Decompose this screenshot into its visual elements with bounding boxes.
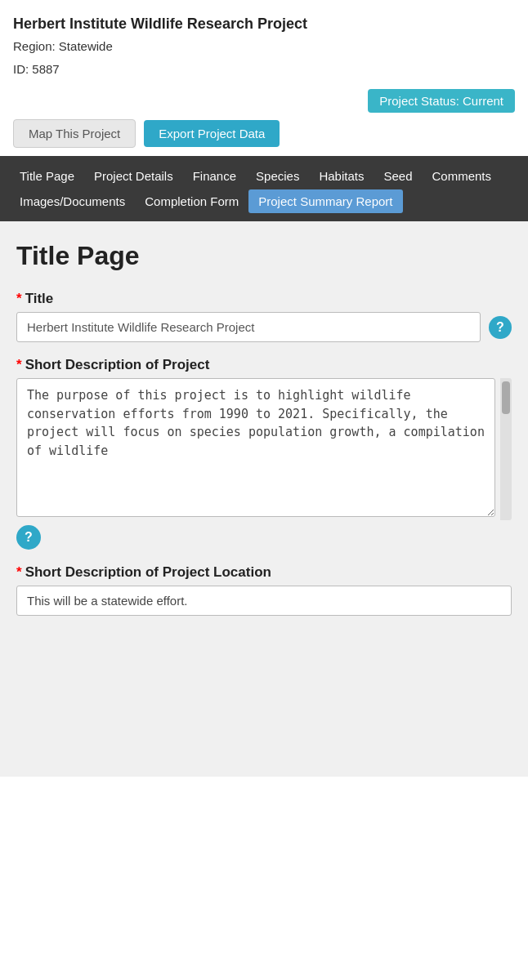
tab-comments[interactable]: Comments	[423, 164, 502, 188]
title-input[interactable]	[16, 312, 481, 342]
required-star-desc: *	[16, 357, 22, 373]
location-desc-field-group: * Short Description of Project Location	[16, 564, 512, 616]
project-status-badge: Project Status: Current	[368, 89, 515, 113]
tab-seed[interactable]: Seed	[374, 164, 422, 188]
scrollbar	[500, 378, 512, 520]
title-field-group: * Title ?	[16, 291, 512, 342]
scrollbar-thumb	[502, 381, 510, 414]
map-project-button[interactable]: Map This Project	[13, 119, 136, 148]
required-star-location: *	[16, 564, 22, 581]
project-title: Herbert Institute Wildlife Research Proj…	[13, 15, 515, 33]
tab-project-summary-report[interactable]: Project Summary Report	[248, 189, 402, 213]
tab-habitats[interactable]: Habitats	[309, 164, 374, 188]
short-desc-field-group: * Short Description of Project The purpo…	[16, 357, 512, 550]
short-desc-label: * Short Description of Project	[16, 357, 512, 373]
nav-tabs: Title Page Project Details Finance Speci…	[0, 156, 528, 221]
tab-species[interactable]: Species	[246, 164, 309, 188]
tab-project-details[interactable]: Project Details	[84, 164, 183, 188]
textarea-wrapper: The purpose of this project is to highli…	[16, 378, 512, 520]
title-field-label: * Title	[16, 291, 512, 307]
content-area: Title Page * Title ? * Short Description…	[0, 221, 528, 777]
location-input[interactable]	[16, 586, 512, 616]
short-desc-help-button[interactable]: ?	[16, 525, 41, 550]
export-project-button[interactable]: Export Project Data	[144, 120, 280, 147]
project-id: ID: 5887	[13, 60, 515, 79]
short-desc-textarea[interactable]: The purpose of this project is to highli…	[16, 378, 495, 517]
tab-finance[interactable]: Finance	[183, 164, 246, 188]
tab-completion-form[interactable]: Completion Form	[135, 189, 248, 213]
project-region: Region: Statewide	[13, 37, 515, 56]
title-input-row: ?	[16, 312, 512, 342]
required-star-title: *	[16, 291, 22, 307]
location-desc-label: * Short Description of Project Location	[16, 564, 512, 581]
tab-images-documents[interactable]: Images/Documents	[10, 189, 135, 213]
tab-title-page[interactable]: Title Page	[10, 164, 84, 188]
section-heading: Title Page	[16, 241, 512, 271]
title-help-button[interactable]: ?	[489, 316, 512, 339]
